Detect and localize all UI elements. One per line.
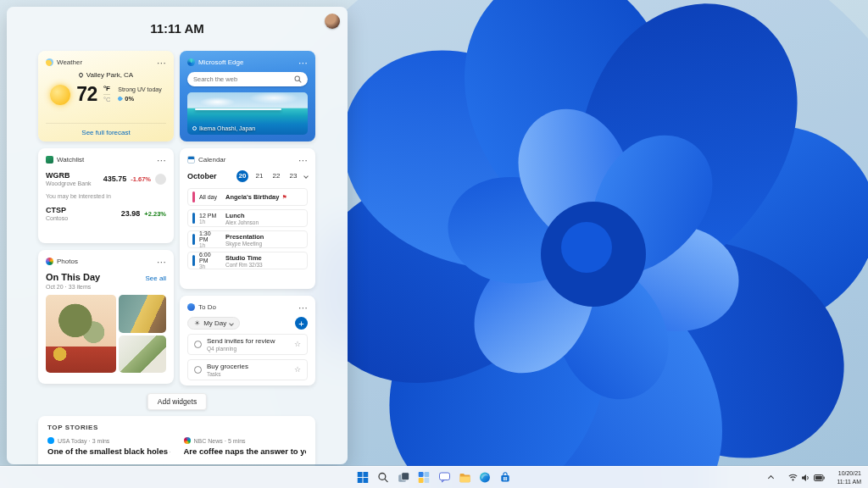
photo-collage [46,295,166,373]
photos-widget[interactable]: Photos ⋯ On This Day See all Oct 20 · 33… [38,250,174,384]
todo-task[interactable]: Buy groceries Tasks ☆ [187,359,308,380]
photo-thumbnail[interactable] [119,336,166,374]
location-pin-icon [78,72,84,78]
flag-icon: ⚑ [281,194,287,200]
calendar-widget[interactable]: Calendar ⋯ October 20 21 22 23 [180,148,315,289]
more-icon[interactable]: ⋯ [157,60,166,65]
tray-overflow-button[interactable] [762,469,780,486]
start-button[interactable] [354,469,372,486]
widgets-button[interactable] [415,469,433,486]
calendar-app-icon [187,156,195,164]
todo-task[interactable]: Send invites for review Q4 planning ☆ [187,334,308,355]
event-time: 6:00 PM [199,252,221,263]
edge-app-icon [187,58,195,66]
web-search-box[interactable] [187,72,308,86]
todo-list-selector[interactable]: ☀ My Day [187,317,240,330]
event-duration: 1h [199,242,221,248]
chat-button[interactable] [436,469,453,486]
event-time: 1:30 PM [199,230,221,242]
task-list-name: Q4 planning [207,346,289,352]
task-list-name: Tasks [207,371,289,377]
taskbar-time: 11:11 AM [837,478,861,485]
search-icon [294,75,302,83]
task-view-icon [398,472,409,483]
story-headline: Are coffee naps the answer to your [184,446,307,456]
task-checkbox[interactable] [194,341,202,348]
calendar-event[interactable]: 6:00 PM 3h Studio Time Conf Rm 32/33 [187,252,308,269]
story-meta: USA Today · 3 mins [58,438,109,444]
calendar-day[interactable]: 23 [287,170,299,182]
sparkline-icon [155,174,166,185]
photo-thumbnail[interactable] [46,295,116,373]
todo-widget[interactable]: To Do ⋯ ☀ My Day + Send invites for revi… [180,296,315,385]
edge-button[interactable] [476,469,494,486]
more-icon[interactable]: ⋯ [298,158,308,163]
weather-condition: Strong UV today [118,86,161,92]
weather-location-label: Valley Park, CA [86,71,133,79]
folder-icon [459,473,470,483]
more-icon[interactable]: ⋯ [157,158,166,163]
calendar-day[interactable]: 21 [253,170,265,182]
see-full-forecast-link[interactable]: See full forecast [46,123,166,141]
add-task-button[interactable]: + [295,317,308,330]
edge-widget[interactable]: Microsoft Edge ⋯ Ikema Ohashi, Japan [180,51,315,141]
todo-app-icon [187,303,195,311]
task-checkbox[interactable] [194,366,202,374]
store-button[interactable] [497,469,515,486]
photos-heading: On This Day [46,272,146,282]
event-subtitle: Alex Johnson [225,219,303,225]
more-icon[interactable]: ⋯ [298,60,308,65]
photos-title: Photos [57,258,153,265]
story-meta: NBC News · 5 mins [194,438,246,444]
story-headline: One of the smallest black holes — and [47,446,170,456]
photo-thumbnail[interactable] [119,295,166,333]
see-all-link[interactable]: See all [146,274,166,282]
more-icon[interactable]: ⋯ [157,259,166,264]
usa-today-logo [47,437,54,444]
widgets-column-left: Weather ⋯ Valley Park, CA 72 °F °C Stron… [38,51,174,391]
star-icon[interactable]: ☆ [294,341,301,348]
watchlist-widget[interactable]: Watchlist ⋯ WGRB Woodgrove Bank 435.75 -… [38,148,174,243]
event-time: 12 PM [199,213,221,219]
watchlist-row[interactable]: CTSP Contoso 23.98 +2.23% [46,206,166,221]
panel-clock: 11:11 AM [7,21,348,36]
avatar[interactable] [325,14,340,29]
calendar-day[interactable]: 22 [270,170,282,182]
chat-icon [438,472,450,483]
calendar-day[interactable]: 20 [236,170,248,182]
weather-widget[interactable]: Weather ⋯ Valley Park, CA 72 °F °C Stron… [38,51,174,141]
stock-company: Contoso [46,215,117,221]
chevron-down-icon[interactable] [303,174,309,179]
event-duration: 3h [199,263,221,269]
unit-celsius[interactable]: °C [103,94,110,103]
edge-featured-photo[interactable]: Ikema Ohashi, Japan [187,92,308,135]
watchlist-row[interactable]: WGRB Woodgrove Bank 435.75 -1.67% [46,171,166,186]
taskbar-date: 10/20/21 [837,469,861,477]
more-icon[interactable]: ⋯ [298,305,308,310]
stock-change: -1.67% [131,175,151,183]
search-input[interactable] [193,75,294,83]
windows-logo-icon [358,472,369,483]
stock-price: 23.98 [121,209,141,218]
unit-fahrenheit[interactable]: °F [103,86,110,94]
star-icon[interactable]: ☆ [294,366,301,374]
taskbar-clock[interactable]: 10/20/21 11:11 AM [833,469,865,485]
add-widgets-button[interactable]: Add widgets [147,393,207,410]
search-icon [378,472,389,483]
calendar-event[interactable]: All day Angela's Birthday⚑ [187,188,308,206]
calendar-event[interactable]: 1:30 PM 1h Presentation Skype Meeting [187,230,308,248]
search-button[interactable] [375,469,392,486]
watchlist-suggestion-label: You may be interested in [46,193,166,199]
event-subtitle: Skype Meeting [225,241,303,247]
calendar-event[interactable]: 12 PM 1h Lunch Alex Johnson [187,209,308,227]
news-story[interactable]: USA Today · 3 mins One of the smallest b… [47,437,170,456]
file-explorer-button[interactable] [456,469,474,486]
quick-settings-button[interactable] [786,469,827,486]
event-duration: 1h [199,219,221,225]
news-story[interactable]: NBC News · 5 mins Are coffee naps the an… [184,437,307,456]
wifi-icon [788,474,798,481]
todo-title: To Do [198,303,295,311]
droplet-icon [117,96,123,102]
battery-icon [814,474,825,481]
task-view-button[interactable] [395,469,413,486]
